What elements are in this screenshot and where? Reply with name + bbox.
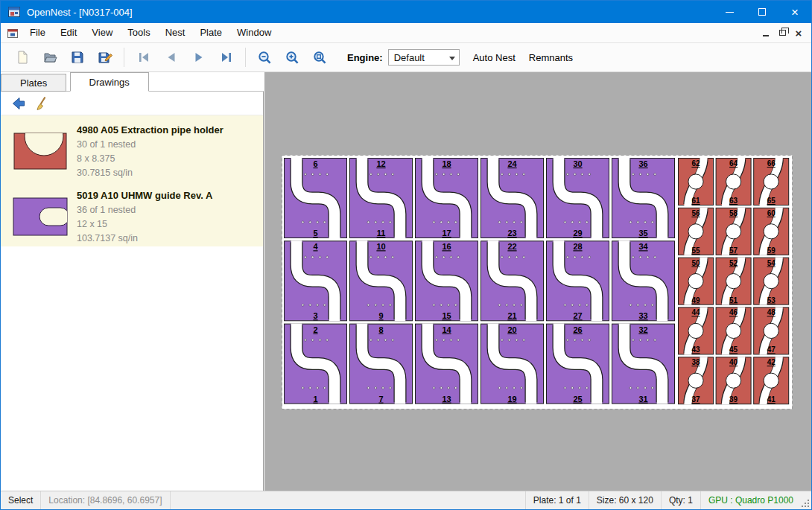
svg-text:30: 30 bbox=[573, 159, 582, 168]
mdi-close-button[interactable]: × bbox=[790, 25, 807, 40]
mdi-restore-button[interactable] bbox=[774, 25, 790, 40]
svg-text:19: 19 bbox=[507, 395, 516, 404]
nest-cell[interactable]: 5857 bbox=[716, 208, 751, 255]
engine-select[interactable]: Default bbox=[388, 49, 460, 66]
nest-cell[interactable]: 5655 bbox=[679, 208, 714, 255]
nav-prev-icon bbox=[164, 50, 179, 65]
menu-item-view[interactable]: View bbox=[84, 23, 120, 42]
nest-cell[interactable]: 4645 bbox=[716, 307, 751, 354]
nest-cell[interactable]: 2827 bbox=[547, 240, 609, 321]
menu-item-nest[interactable]: Nest bbox=[158, 23, 193, 42]
nest-cell[interactable]: 6665 bbox=[754, 158, 789, 205]
document-icon[interactable] bbox=[7, 27, 19, 39]
part-thumbnail-purple bbox=[8, 191, 77, 240]
svg-text:34: 34 bbox=[638, 242, 648, 251]
svg-text:52: 52 bbox=[729, 259, 738, 267]
nest-cell[interactable]: 4847 bbox=[754, 307, 789, 354]
nest-cell[interactable]: 2019 bbox=[481, 324, 544, 404]
menu-item-edit[interactable]: Edit bbox=[53, 23, 84, 42]
status-qty: Qty: 1 bbox=[661, 491, 700, 509]
remnants-button[interactable]: Remnants bbox=[529, 52, 573, 63]
nest-cell[interactable]: 5251 bbox=[716, 258, 751, 305]
zoom-in-button[interactable] bbox=[279, 45, 306, 69]
nest-cell[interactable]: 5049 bbox=[679, 258, 714, 305]
new-button[interactable] bbox=[8, 45, 36, 69]
menu-item-file[interactable]: File bbox=[22, 23, 53, 42]
nest-cell[interactable]: 6261 bbox=[679, 158, 714, 205]
maximize-icon bbox=[758, 8, 766, 16]
svg-text:8: 8 bbox=[378, 325, 383, 334]
nest-cell[interactable]: 3837 bbox=[679, 357, 714, 404]
nav-next-icon bbox=[191, 50, 206, 65]
nest-cell[interactable]: 87 bbox=[350, 324, 413, 404]
drawings-panel: 4980 A05 Extraction pipe holder 30 of 1 … bbox=[1, 92, 264, 491]
mdi-minimize-button[interactable] bbox=[758, 25, 774, 40]
drawing-area: 103.7137 sq/in bbox=[77, 232, 212, 246]
nest-cell[interactable]: 1615 bbox=[416, 240, 478, 321]
nest-cell[interactable]: 1817 bbox=[416, 158, 478, 238]
menu-item-tools[interactable]: Tools bbox=[120, 23, 157, 42]
auto-nest-button[interactable]: Auto Nest bbox=[473, 52, 516, 63]
list-item-drawing[interactable]: 4980 A05 Extraction pipe holder 30 of 1 … bbox=[1, 115, 263, 181]
nest-cell[interactable]: 4241 bbox=[754, 357, 789, 404]
zoom-fit-button[interactable] bbox=[306, 45, 334, 69]
minimize-button[interactable] bbox=[713, 1, 746, 23]
nest-cell[interactable]: 2423 bbox=[481, 158, 544, 238]
nest-canvas[interactable]: 6512111817242330293635431091615222128273… bbox=[264, 72, 811, 491]
nest-cell[interactable]: 109 bbox=[350, 240, 413, 321]
nest-plate[interactable]: 6512111817242330293635431091615222128273… bbox=[282, 155, 793, 409]
tab-plates[interactable]: Plates bbox=[1, 74, 66, 92]
zoom-out-icon bbox=[257, 50, 273, 66]
svg-text:61: 61 bbox=[691, 197, 700, 205]
svg-text:4: 4 bbox=[313, 242, 318, 251]
nest-cell[interactable]: 3231 bbox=[612, 324, 675, 404]
nav-last-button[interactable] bbox=[212, 45, 240, 69]
chevron-down-icon bbox=[449, 57, 455, 60]
nest-cell[interactable]: 21 bbox=[285, 324, 347, 404]
nest-cell[interactable]: 4443 bbox=[679, 307, 714, 354]
nest-cell[interactable]: 3635 bbox=[612, 158, 675, 238]
nest-cell[interactable]: 1413 bbox=[416, 324, 478, 404]
mdi-minimize-icon bbox=[763, 35, 769, 36]
nest-cell[interactable]: 6059 bbox=[754, 208, 789, 255]
open-button[interactable] bbox=[36, 45, 63, 69]
side-tabstrip: Plates Drawings bbox=[1, 72, 264, 92]
svg-text:47: 47 bbox=[767, 345, 776, 354]
svg-text:48: 48 bbox=[767, 308, 776, 316]
nest-cell[interactable]: 65 bbox=[285, 158, 347, 238]
save-as-button[interactable] bbox=[91, 45, 118, 69]
nest-cell[interactable]: 2625 bbox=[547, 324, 609, 404]
nest-cell[interactable]: 43 bbox=[285, 240, 347, 321]
app-window: OpenNest - [N0317-004] × FileEditViewToo… bbox=[0, 0, 812, 510]
minimize-icon bbox=[726, 12, 734, 13]
nest-cell[interactable]: 3029 bbox=[547, 158, 609, 238]
nav-first-button[interactable] bbox=[130, 45, 157, 69]
svg-text:16: 16 bbox=[442, 242, 451, 251]
nav-prev-button[interactable] bbox=[157, 45, 185, 69]
close-button[interactable]: × bbox=[778, 1, 811, 23]
tab-drawings[interactable]: Drawings bbox=[70, 72, 149, 92]
grip-dots-icon bbox=[802, 500, 810, 508]
maximize-button[interactable] bbox=[746, 1, 778, 23]
svg-text:27: 27 bbox=[573, 311, 582, 320]
send-drawing-button[interactable] bbox=[7, 93, 31, 114]
zoom-out-button[interactable] bbox=[251, 45, 279, 69]
nest-cell[interactable]: 3433 bbox=[612, 240, 675, 321]
resize-grip[interactable] bbox=[801, 491, 811, 509]
svg-text:43: 43 bbox=[691, 345, 700, 354]
drawing-name: 4980 A05 Extraction pipe holder bbox=[77, 124, 223, 136]
nest-cell[interactable]: 4039 bbox=[716, 357, 751, 404]
list-item-drawing[interactable]: 5019 A10 UHMW guide Rev. A 36 of 1 neste… bbox=[1, 181, 263, 246]
menu-item-plate[interactable]: Plate bbox=[192, 23, 229, 42]
nav-next-button[interactable] bbox=[185, 45, 212, 69]
nest-cell[interactable]: 5453 bbox=[754, 258, 789, 305]
nest-cell[interactable]: 1211 bbox=[350, 158, 413, 238]
svg-text:17: 17 bbox=[442, 229, 451, 238]
clean-button[interactable] bbox=[31, 93, 54, 114]
svg-text:11: 11 bbox=[377, 229, 386, 238]
nest-cell[interactable]: 2221 bbox=[481, 240, 544, 321]
nest-cell[interactable]: 6463 bbox=[716, 158, 751, 205]
svg-text:3: 3 bbox=[313, 311, 317, 320]
save-button[interactable] bbox=[63, 45, 91, 69]
menu-item-window[interactable]: Window bbox=[229, 23, 279, 42]
